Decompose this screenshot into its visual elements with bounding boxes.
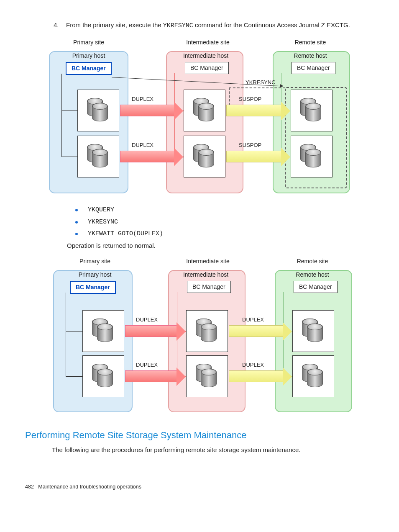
db-intermediate-2 [184, 136, 225, 177]
group-link [229, 87, 285, 88]
arrow-intermediate-remote-1 [229, 325, 283, 337]
bc-manager-intermediate: BC Manager [185, 62, 229, 74]
arrow-intermediate-remote-1 [226, 105, 281, 116]
bc-manager-primary: BC Manager [66, 62, 112, 75]
status-suspop: SUSPOP [239, 95, 261, 103]
bc-manager-intermediate: BC Manager [187, 281, 231, 293]
db-intermediate-1 [184, 90, 225, 131]
section-body: The following are the procedures for per… [52, 446, 374, 454]
arrow-primary-intermediate-2 [120, 151, 174, 162]
arrow-intermediate-remote-2 [229, 370, 283, 382]
status-duplex: DUPLEX [136, 316, 158, 324]
connector [61, 74, 62, 157]
bc-manager-remote: BC Manager [292, 62, 335, 74]
arrow-primary-intermediate-1 [120, 105, 174, 116]
arrow-primary-intermediate-1 [125, 325, 177, 337]
step-number: 4. [54, 21, 61, 30]
db-primary-2 [82, 355, 124, 397]
label-remote-site: Remote site [289, 257, 335, 265]
page-footer: 482 Maintenance and troubleshooting oper… [25, 483, 374, 491]
cmd: YKQUERY [88, 206, 114, 214]
label-remote-site: Remote site [287, 39, 333, 46]
list-item: YKQUERY [75, 206, 374, 214]
label-primary-site: Primary site [66, 39, 112, 46]
db-intermediate-1 [186, 310, 228, 352]
label-primary-site: Primary site [72, 257, 118, 265]
connector [61, 157, 78, 157]
cmd: YKRESYNC [88, 218, 118, 226]
label-ykresync: YKRESYNC [246, 79, 276, 86]
command-list: YKQUERY YKRESYNC YKEWAIT GOTO(DUPLEX) [75, 206, 374, 238]
status-duplex: DUPLEX [132, 141, 153, 149]
footer-title: Maintenance and troubleshooting operatio… [38, 484, 141, 490]
status-suspop: SUSPOP [239, 141, 261, 149]
status-duplex: DUPLEX [242, 316, 264, 324]
bc-manager-remote: BC Manager [294, 281, 338, 293]
status-duplex: DUPLEX [136, 361, 158, 369]
db-remote-2 [291, 136, 332, 177]
db-primary-2 [77, 136, 119, 177]
step-text: From the primary site, execute the YKRES… [66, 21, 350, 30]
operation-normal-text: Operation is returned to normal. [67, 242, 374, 250]
label-intermediate-site: Intermediate site [179, 39, 237, 46]
diagram-normal: Primary site Intermediate site Remote si… [49, 257, 350, 412]
status-duplex: DUPLEX [132, 95, 153, 103]
list-item: YKRESYNC [75, 218, 374, 226]
connector [66, 293, 66, 376]
bullet-icon [75, 233, 78, 235]
step-pretext: From the primary site, execute the [66, 21, 163, 28]
db-primary-1 [82, 310, 124, 352]
cmd: YKEWAIT GOTO(DUPLEX) [88, 230, 163, 238]
label-primary-host: Primary host [72, 271, 118, 279]
label-intermediate-host: Intermediate host [176, 271, 235, 279]
label-remote-host: Remote host [289, 271, 335, 279]
step-4: 4. From the primary site, execute the YK… [54, 21, 366, 30]
list-item: YKEWAIT GOTO(DUPLEX) [75, 230, 374, 238]
label-remote-host: Remote host [287, 52, 333, 60]
db-intermediate-2 [186, 355, 228, 397]
connector [66, 376, 82, 377]
connector [61, 111, 78, 111]
status-duplex: DUPLEX [242, 361, 264, 369]
arrow-intermediate-remote-2 [226, 151, 281, 162]
label-intermediate-host: Intermediate host [176, 52, 235, 60]
arrow-primary-intermediate-2 [125, 370, 177, 382]
db-remote-1 [291, 90, 332, 131]
db-primary-1 [77, 90, 119, 131]
step-posttext: command for the Continuous Access Journa… [193, 21, 350, 28]
section-heading: Performing Remote Site Storage System Ma… [25, 429, 374, 442]
bullet-icon [75, 221, 78, 224]
bullet-icon [75, 209, 78, 211]
bc-manager-primary: BC Manager [70, 281, 116, 294]
step-command: YKRESYNC [163, 22, 193, 29]
label-intermediate-site: Intermediate site [179, 257, 237, 265]
label-primary-host: Primary host [66, 52, 112, 60]
page-number: 482 [25, 484, 34, 490]
connector [66, 331, 82, 332]
diagram-resync: Primary site Intermediate site Remote si… [49, 39, 350, 193]
db-remote-1 [292, 310, 334, 352]
db-remote-2 [292, 355, 334, 397]
